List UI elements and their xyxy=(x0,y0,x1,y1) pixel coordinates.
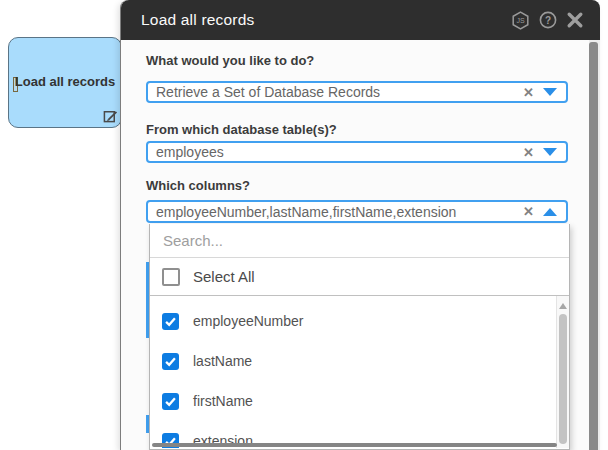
help-icon[interactable]: ? xyxy=(539,11,557,29)
clear-icon[interactable]: ✕ xyxy=(517,205,543,218)
option-label: firstName xyxy=(193,393,253,409)
action-select[interactable]: Retrieve a Set of Database Records ✕ xyxy=(146,81,568,103)
js-code-icon[interactable]: JS xyxy=(511,11,530,30)
edit-pencil-icon[interactable] xyxy=(103,108,118,123)
list-item[interactable]: firstName xyxy=(150,381,569,421)
flow-node-load-all-records[interactable]: Load all records xyxy=(8,37,122,128)
checked-checkbox[interactable] xyxy=(162,393,179,410)
list-item[interactable]: employeeNumber xyxy=(150,301,569,341)
field-label-action: What would you like to do? xyxy=(146,53,314,69)
clear-icon[interactable]: ✕ xyxy=(517,146,543,159)
table-select-value[interactable]: employees xyxy=(148,144,517,160)
checked-checkbox[interactable] xyxy=(162,313,179,330)
scroll-up-arrow-icon[interactable] xyxy=(559,303,567,309)
field-label-columns: Which columns? xyxy=(146,178,250,194)
list-item[interactable]: lastName xyxy=(150,341,569,381)
search-input[interactable] xyxy=(150,224,569,257)
flow-editor-canvas: Load all records Load all records JS ? xyxy=(0,0,608,450)
horizontal-scrollbar-thumb[interactable] xyxy=(152,443,557,447)
list-scrollbar-thumb[interactable] xyxy=(559,314,567,444)
checked-checkbox[interactable] xyxy=(162,353,179,370)
panel-scrollbar[interactable] xyxy=(589,40,600,450)
columns-multiselect-value[interactable]: employeeNumber,lastName,firstName,extens… xyxy=(148,204,517,220)
select-all-checkbox[interactable] xyxy=(162,268,180,286)
action-select-value[interactable]: Retrieve a Set of Database Records xyxy=(148,84,517,100)
field-label-table: From which database table(s)? xyxy=(146,122,337,138)
panel-scrollbar-thumb[interactable] xyxy=(589,42,598,450)
select-all-row[interactable]: Select All xyxy=(150,258,569,296)
clear-icon[interactable]: ✕ xyxy=(517,86,543,99)
select-all-label: Select All xyxy=(193,268,255,285)
option-label: lastName xyxy=(193,353,252,369)
svg-text:?: ? xyxy=(545,15,551,26)
table-select[interactable]: employees ✕ xyxy=(146,141,568,163)
node-label: Load all records xyxy=(9,74,121,89)
close-icon[interactable] xyxy=(566,11,584,29)
search-row xyxy=(150,224,569,258)
panel-title: Load all records xyxy=(141,0,255,40)
columns-dropdown-popup: Select All employeeNumber lastName xyxy=(149,224,570,450)
chevron-down-icon[interactable] xyxy=(543,88,557,96)
chevron-up-icon[interactable] xyxy=(543,208,557,216)
options-list: employeeNumber lastName firstName xyxy=(150,296,569,448)
list-scrollbar[interactable] xyxy=(556,296,569,448)
columns-multiselect[interactable]: employeeNumber,lastName,firstName,extens… xyxy=(146,200,568,223)
panel-header: Load all records JS ? xyxy=(121,0,600,40)
svg-text:JS: JS xyxy=(516,17,525,24)
chevron-down-icon[interactable] xyxy=(543,148,557,156)
option-label: employeeNumber xyxy=(193,313,304,329)
property-panel: Load all records JS ? What would you lik… xyxy=(120,0,599,450)
